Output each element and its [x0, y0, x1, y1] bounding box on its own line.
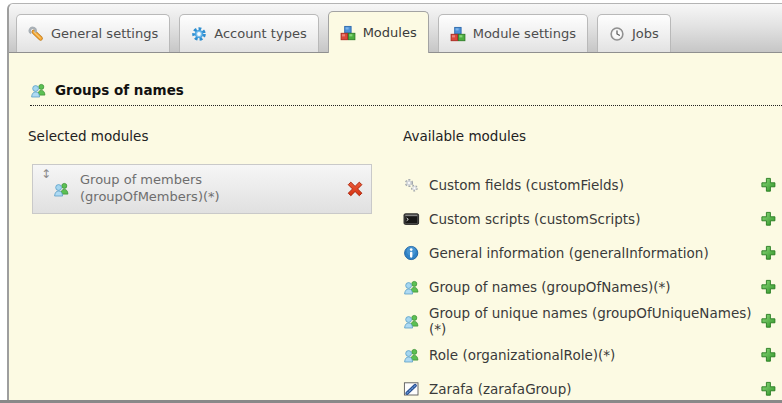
tab-bar: General settings Account types [9, 4, 782, 53]
add-plus-icon [760, 245, 777, 261]
tab-jobs[interactable]: Jobs [597, 14, 671, 52]
selected-module-item[interactable]: ↕ Group of members (groupOfMembers)(*) [32, 164, 372, 214]
group-icon [53, 181, 70, 197]
zarafa-icon [403, 381, 420, 397]
clock-icon [609, 26, 625, 42]
available-module-row: Group of names (groupOfNames)(*) [403, 270, 777, 304]
delete-cross-icon [345, 180, 365, 199]
group-icon [403, 313, 420, 329]
group-icon [403, 279, 420, 295]
available-module-label: Role (organizationalRole)(*) [429, 347, 615, 363]
tab-label: General settings [51, 26, 158, 41]
tab-label: Module settings [473, 26, 576, 41]
add-plus-icon [760, 177, 777, 193]
add-plus-icon [760, 381, 777, 397]
available-modules-label: Available modules [403, 128, 526, 144]
available-module-label: Zarafa (zarafaGroup) [429, 381, 572, 397]
available-module-label: Custom scripts (customScripts) [429, 211, 640, 227]
tab-label: Account types [214, 26, 306, 41]
group-icon [30, 82, 47, 98]
gears-icon [403, 177, 420, 193]
section-heading: Groups of names [30, 82, 782, 106]
add-plus-icon [760, 279, 777, 295]
add-module-button[interactable] [760, 279, 777, 295]
tab-modules[interactable]: Modules [328, 11, 429, 53]
available-module-row: Group of unique names (groupOfUniqueName… [403, 304, 777, 338]
group-icon [403, 347, 420, 363]
tab-module-settings[interactable]: Module settings [438, 14, 588, 52]
tab-label: Jobs [632, 26, 659, 41]
section-title: Groups of names [55, 82, 184, 98]
available-module-label: General information (generalInformation) [429, 245, 709, 261]
tab-general-settings[interactable]: General settings [16, 14, 170, 52]
modules-cubes-icon [450, 26, 466, 42]
add-module-button[interactable] [760, 347, 777, 363]
add-module-button[interactable] [760, 313, 777, 329]
info-icon [403, 245, 420, 261]
add-module-button[interactable] [760, 211, 777, 227]
available-module-row: Role (organizationalRole)(*) [403, 338, 777, 372]
available-module-row: Custom scripts (customScripts) [403, 202, 777, 236]
available-module-label: Custom fields (customFields) [429, 177, 624, 193]
terminal-icon [403, 211, 420, 227]
modules-cubes-icon [340, 25, 356, 41]
modules-tab-content: Groups of names Selected modules Availab… [9, 53, 782, 400]
selected-modules-label: Selected modules [28, 128, 148, 144]
selected-module-label: Group of members (groupOfMembers)(*) [80, 172, 255, 206]
add-plus-icon [760, 211, 777, 227]
wrench-icon [28, 26, 44, 42]
drag-handle[interactable]: ↕ [41, 168, 51, 180]
add-plus-icon [760, 313, 777, 329]
remove-module-button[interactable] [345, 180, 365, 199]
tab-account-types[interactable]: Account types [179, 14, 318, 52]
gear-icon [191, 26, 207, 42]
settings-window: General settings Account types [7, 3, 782, 400]
available-module-row: Custom fields (customFields) [403, 168, 777, 202]
available-module-row: General information (generalInformation) [403, 236, 777, 270]
add-module-button[interactable] [760, 245, 777, 261]
available-modules-list: Custom fields (customFields) [403, 168, 777, 400]
available-module-label: Group of unique names (groupOfUniqueName… [429, 305, 760, 337]
add-plus-icon [760, 347, 777, 363]
tab-label: Modules [363, 25, 417, 40]
add-module-button[interactable] [760, 177, 777, 193]
available-module-row: Zarafa (zarafaGroup) [403, 372, 777, 400]
available-module-label: Group of names (groupOfNames)(*) [429, 279, 671, 295]
add-module-button[interactable] [760, 381, 777, 397]
